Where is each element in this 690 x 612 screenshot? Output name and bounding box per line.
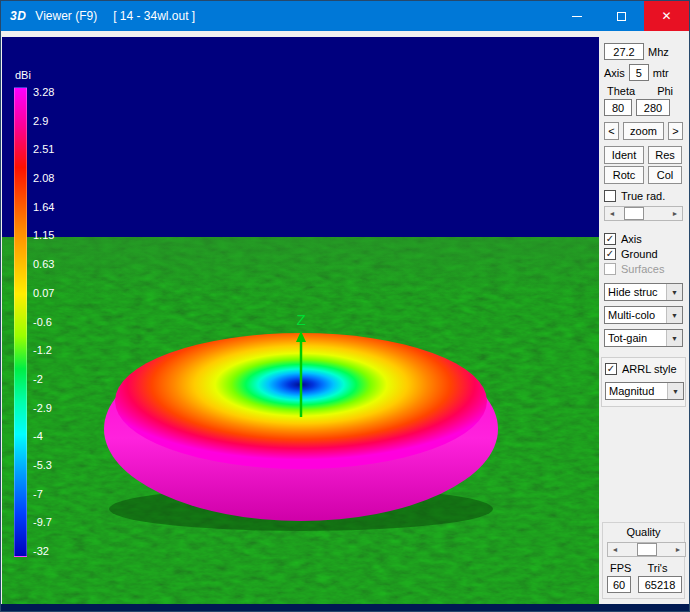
- quality-slider-track[interactable]: [622, 543, 671, 556]
- legend-value: 2.51: [33, 144, 54, 155]
- legend-unit-label: dBi: [15, 69, 54, 81]
- titlebar: 3D Viewer (F9) [ 14 - 34wl.out ] ✕: [1, 1, 689, 31]
- axis-checkbox[interactable]: ✓ Axis: [604, 233, 683, 245]
- fps-label: FPS: [610, 562, 631, 574]
- maximize-button[interactable]: [599, 1, 644, 31]
- zoom-button[interactable]: zoom: [623, 122, 664, 140]
- legend-value: -9.7: [33, 517, 54, 528]
- close-icon: ✕: [661, 10, 671, 22]
- checkmark-icon: ✓: [606, 249, 614, 259]
- scroll-left-icon[interactable]: ◄: [605, 207, 619, 220]
- axis-row: Axis mtr: [604, 64, 683, 81]
- chevron-down-icon[interactable]: ▼: [666, 284, 682, 300]
- axis-checkbox-box[interactable]: ✓: [604, 233, 616, 245]
- theta-input[interactable]: [604, 99, 632, 116]
- fps-value: [607, 576, 631, 593]
- angle-labels-row: Theta Phi: [604, 85, 683, 97]
- checkmark-icon: ✓: [606, 234, 614, 244]
- scroll-right-icon[interactable]: ►: [671, 543, 685, 556]
- ground-checkbox[interactable]: ✓ Ground: [604, 248, 683, 260]
- tris-label: Tri's: [647, 562, 667, 574]
- ident-button[interactable]: Ident: [604, 146, 644, 164]
- magnitude-dropdown[interactable]: Magnitud ▼: [605, 382, 684, 400]
- true-rad-checkbox[interactable]: True rad.: [604, 190, 683, 202]
- window-subtitle: [ 14 - 34wl.out ]: [113, 9, 195, 23]
- color-scale-bar: [14, 87, 27, 557]
- quality-slider-thumb[interactable]: [637, 543, 657, 556]
- app-window: 3D Viewer (F9) [ 14 - 34wl.out ] ✕: [0, 0, 690, 612]
- legend-value: 0.07: [33, 288, 54, 299]
- zoom-row: < zoom >: [604, 122, 683, 140]
- legend-value: -4: [33, 431, 54, 442]
- frequency-input[interactable]: [604, 43, 644, 60]
- horizon-haze: [2, 237, 599, 297]
- true-rad-label: True rad.: [621, 190, 665, 202]
- stats-labels-row: FPS Tri's: [607, 562, 680, 574]
- color-mode-dropdown[interactable]: Multi-colo ▼: [604, 306, 683, 324]
- arrl-style-checkbox[interactable]: ✓ ARRL style: [605, 363, 682, 375]
- legend-value: -2.9: [33, 403, 54, 414]
- legend-value: -7: [33, 489, 54, 500]
- theta-label: Theta: [607, 85, 635, 97]
- structure-dropdown-value: Hide struc: [605, 286, 666, 298]
- rotation-scrollbar-track[interactable]: [619, 207, 668, 220]
- col-button[interactable]: Col: [648, 166, 682, 184]
- chevron-down-icon[interactable]: ▼: [666, 330, 682, 346]
- surfaces-checkbox: Surfaces: [604, 263, 683, 275]
- legend-value: 3.28: [33, 87, 54, 98]
- true-rad-checkbox-box[interactable]: [604, 190, 616, 202]
- rotc-button[interactable]: Rotc: [604, 166, 644, 184]
- maximize-icon: [617, 12, 626, 21]
- legend-value: 1.64: [33, 202, 54, 213]
- window-title: Viewer (F9): [35, 9, 97, 23]
- axis-unit-label: mtr: [653, 67, 669, 79]
- res-button[interactable]: Res: [648, 146, 682, 164]
- chevron-down-icon[interactable]: ▼: [667, 383, 683, 399]
- scroll-left-icon[interactable]: ◄: [608, 543, 622, 556]
- structure-dropdown[interactable]: Hide struc ▼: [604, 283, 683, 301]
- frequency-row: Mhz: [604, 43, 683, 60]
- legend-value: -2: [33, 374, 54, 385]
- phi-label: Phi: [657, 85, 673, 97]
- ident-res-row: Ident Res: [604, 146, 683, 164]
- axis-label: Axis: [604, 67, 625, 79]
- axis-checkbox-label: Axis: [621, 233, 642, 245]
- quality-slider[interactable]: ◄ ►: [607, 542, 686, 557]
- legend-value: -1.2: [33, 345, 54, 356]
- frequency-unit-label: Mhz: [648, 46, 669, 58]
- window-controls: ✕: [554, 1, 689, 31]
- magnitude-dropdown-value: Magnitud: [606, 385, 667, 397]
- control-panel: Mhz Axis mtr Theta Phi < zoom > Ident Re…: [599, 37, 688, 604]
- color-scale-legend: dBi 3.282.92.512.081.641.150.630.07-0.6-…: [14, 69, 54, 557]
- legend-value: -0.6: [33, 317, 54, 328]
- minimize-icon: [572, 16, 582, 17]
- 3d-viewport[interactable]: Z dBi 3.282.92.512.081.641.150.630.07-0.…: [2, 37, 599, 605]
- minimize-button[interactable]: [554, 1, 599, 31]
- legend-value: 0.63: [33, 259, 54, 270]
- arrl-style-label: ARRL style: [622, 363, 677, 375]
- close-button[interactable]: ✕: [644, 1, 689, 31]
- rotation-scrollbar-thumb[interactable]: [624, 207, 644, 220]
- tris-value: [638, 576, 682, 593]
- window-frame-bottom: [1, 604, 689, 611]
- axis-length-input[interactable]: [629, 64, 649, 81]
- rotation-scrollbar[interactable]: ◄ ►: [604, 206, 683, 221]
- ground-checkbox-box[interactable]: ✓: [604, 248, 616, 260]
- surfaces-checkbox-box: [604, 263, 616, 275]
- legend-value: -5.3: [33, 460, 54, 471]
- zoom-out-button[interactable]: <: [604, 122, 619, 140]
- sky: [2, 37, 599, 237]
- scroll-right-icon[interactable]: ►: [668, 207, 682, 220]
- legend-values: 3.282.92.512.081.641.150.630.07-0.6-1.2-…: [33, 87, 54, 557]
- z-axis-label: Z: [296, 311, 305, 328]
- phi-input[interactable]: [636, 99, 670, 116]
- gain-mode-dropdown-value: Tot-gain: [605, 332, 666, 344]
- arrl-style-checkbox-box[interactable]: ✓: [605, 363, 617, 375]
- checkmark-icon: ✓: [607, 364, 615, 374]
- quality-title: Quality: [607, 526, 680, 538]
- gain-mode-dropdown[interactable]: Tot-gain ▼: [604, 329, 683, 347]
- legend-value: 2.9: [33, 116, 54, 127]
- zoom-in-button[interactable]: >: [668, 122, 683, 140]
- chevron-down-icon[interactable]: ▼: [666, 307, 682, 323]
- legend-value: 1.15: [33, 230, 54, 241]
